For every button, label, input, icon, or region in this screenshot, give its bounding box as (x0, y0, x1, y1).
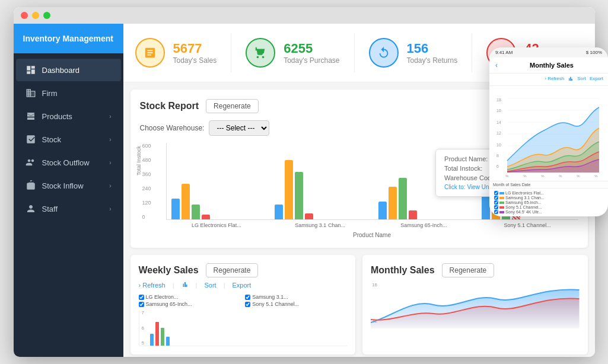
monthly-sales-section: Monthly Sales Regenerate (362, 255, 588, 355)
mob-legend-check-5[interactable] (494, 210, 498, 214)
sidebar-item-stock[interactable]: Stock › (16, 128, 121, 151)
warehouse-label: Choose Warehouse: (140, 124, 205, 132)
sidebar-item-firm[interactable]: Firm (16, 82, 121, 104)
bar-s65-green (399, 178, 407, 219)
mobile-export[interactable]: Export (590, 76, 595, 83)
svg-text:%: % (505, 174, 509, 178)
sidebar-item-outflow-label: Stock Outflow (42, 158, 90, 167)
stock-icon (26, 134, 36, 145)
minimize-button[interactable] (32, 12, 39, 19)
x-axis-title: Product Name (166, 232, 578, 238)
mob-legend-check-1[interactable] (494, 191, 498, 195)
mobile-time: 9:41 AM (495, 50, 512, 55)
returns-value: 156 (407, 41, 458, 56)
outflow-icon (26, 157, 36, 168)
firm-icon (26, 88, 36, 98)
mobile-battery: $ 100% (586, 50, 595, 55)
legend-samsung65: Samsung 65-Inch... (146, 301, 192, 307)
legend-check-4[interactable] (245, 302, 250, 307)
products-icon (26, 111, 36, 122)
mobile-refresh[interactable]: › Refresh (545, 76, 564, 83)
monthly-svg (371, 281, 580, 328)
purchase-icon (246, 38, 275, 68)
stat-today-purchase: 6255 Today's Purchase (246, 33, 354, 72)
monthly-regenerate[interactable]: Regenerate (442, 263, 495, 277)
weekly-refresh[interactable]: › Refresh (139, 282, 165, 289)
mob-legend-check-3[interactable] (494, 200, 498, 205)
sidebar-item-stock-outflow[interactable]: Stock Outflow › (16, 151, 121, 174)
mobile-chart-area: 18 16 14 12 10 8 6 (489, 86, 595, 181)
sales-value: 5677 (173, 41, 217, 56)
mobile-toolbar: › Refresh Sort Export (489, 74, 595, 86)
weekly-regenerate[interactable]: Regenerate (206, 263, 259, 277)
weekly-export[interactable]: Export (233, 282, 252, 289)
mob-legend-check-4[interactable] (494, 205, 498, 209)
bar-s65-red (409, 210, 417, 219)
bar-s65-blue (378, 202, 387, 219)
maximize-button[interactable] (43, 12, 50, 19)
svg-text:8: 8 (496, 154, 499, 158)
stock-report-regenerate[interactable]: Regenerate (206, 99, 259, 113)
wb4 (166, 337, 170, 346)
x-label-samsung65: Samsung 65-Inch... (378, 222, 470, 228)
bar-lg-green (192, 205, 200, 219)
svg-text:%: % (577, 174, 580, 178)
legend-check-1[interactable] (139, 295, 144, 300)
sales-icon (135, 38, 165, 68)
inflow-icon (26, 180, 36, 191)
mobile-sort[interactable]: Sort (577, 76, 586, 83)
legend-check-2[interactable] (245, 295, 250, 300)
close-button[interactable] (21, 12, 28, 19)
wb3 (161, 328, 164, 346)
weekly-y: 765 (142, 310, 147, 346)
svg-text:12: 12 (496, 131, 501, 135)
svg-text:10: 10 (496, 143, 501, 147)
purchase-value: 6255 (284, 41, 339, 56)
chevron-right-icon-5: › (109, 206, 111, 212)
sidebar-item-staff-label: Staff (42, 205, 58, 213)
legend-check-3[interactable] (139, 302, 144, 307)
sidebar-item-dashboard[interactable]: Dashboard (16, 59, 121, 81)
legend-samsung31: Samsung 3.1... (252, 294, 288, 300)
weekly-toolbar: › Refresh | | Sort | Export (139, 281, 348, 289)
monthly-chart: 1612 (371, 281, 580, 328)
sidebar-nav: Dashboard Firm Products › (14, 53, 123, 357)
svg-text:16: 16 (496, 108, 501, 113)
mob-legend-check-2[interactable] (494, 196, 498, 200)
staff-icon (26, 203, 36, 214)
sidebar-item-products[interactable]: Products › (16, 105, 121, 127)
weekly-bar-icon[interactable] (182, 281, 189, 289)
legend-sony: Sony 5.1 Channel... (252, 301, 299, 307)
mobile-bar-chart-icon[interactable] (568, 76, 574, 83)
svg-text:14: 14 (496, 120, 501, 124)
sidebar-item-stock-inflow[interactable]: Stock Inflow › (16, 174, 121, 197)
chevron-right-icon-3: › (109, 159, 111, 166)
purchase-label: Today's Purchase (284, 56, 339, 65)
mobile-legend: LG Electronics Flat... Samsung 3.1 Chan.… (489, 188, 595, 216)
y-axis-labels: 600 480 360 240 120 0 (142, 143, 151, 220)
bar-lg-red (202, 215, 210, 219)
chevron-right-icon-4: › (109, 183, 111, 189)
monthly-sales-title: Monthly Sales (371, 265, 435, 276)
bar-s31-blue (275, 205, 283, 219)
weekly-sort[interactable]: Sort (204, 282, 216, 289)
wb1 (150, 334, 154, 346)
sidebar-title: Inventory Management (14, 24, 123, 53)
weekly-chart: 765 (139, 311, 348, 346)
tooltip-instock-key: Total Instock: (444, 165, 482, 172)
title-bar (14, 7, 595, 24)
stat-today-returns: 156 Today's Returns (369, 33, 473, 72)
svg-text:%: % (523, 174, 527, 178)
mobile-back-button[interactable]: ‹ (495, 61, 498, 69)
y-axis-title: Total Instock (136, 146, 142, 175)
warehouse-dropdown[interactable]: --- Select --- (209, 120, 269, 136)
sidebar-item-staff[interactable]: Staff › (16, 197, 121, 220)
stock-report-title: Stock Report (140, 101, 199, 111)
bar-group-samsung31 (275, 160, 367, 219)
svg-text:%: % (541, 174, 545, 178)
mob-legend-sony51: Sony 5.1 Channel... (505, 205, 542, 209)
sidebar-item-products-label: Products (42, 112, 72, 121)
mob-legend-sony64: Sony 64.5' 4K Ultr... (505, 210, 542, 214)
bar-s31-green (295, 172, 303, 219)
legend-lg: LG Electron... (146, 294, 179, 300)
